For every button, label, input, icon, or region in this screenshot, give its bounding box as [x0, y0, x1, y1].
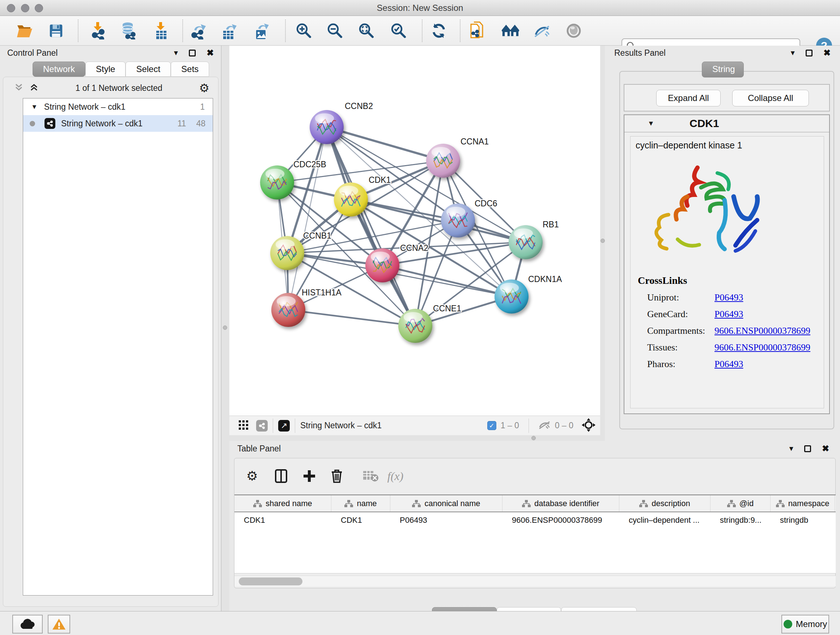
- bottom-splitter-handle[interactable]: [531, 436, 536, 440]
- birdseye-view-icon[interactable]: ↗: [278, 420, 290, 432]
- table-panel: Table Panel ▾ ✖ ⚙ f(x) shared namenameca…: [229, 441, 840, 611]
- tab-select[interactable]: Select: [126, 62, 171, 77]
- tab-style[interactable]: Style: [85, 62, 126, 77]
- fit-content-crosshair-icon[interactable]: [581, 418, 596, 434]
- crosslink-value-link[interactable]: 9606.ENSP00000378699: [714, 325, 810, 336]
- panel-collapse-icon[interactable]: ▾: [791, 48, 795, 57]
- network-node-ccna1[interactable]: CCNA1: [426, 137, 489, 178]
- gear-icon[interactable]: ⚙: [199, 81, 210, 95]
- selected-checkbox-icon[interactable]: ✓: [487, 421, 496, 430]
- crosslink-value-link[interactable]: P06493: [714, 359, 743, 370]
- grid-view-icon[interactable]: [239, 420, 248, 431]
- table-cell[interactable]: 9606.ENSP00000378699: [502, 512, 619, 528]
- panel-collapse-icon[interactable]: ▾: [789, 444, 793, 453]
- column-header-description[interactable]: description: [619, 495, 711, 511]
- panel-collapse-icon[interactable]: ▾: [174, 48, 178, 57]
- gene-name: CDK1: [690, 117, 719, 130]
- network-edge[interactable]: [288, 127, 327, 310]
- export-network-icon[interactable]: [191, 22, 208, 40]
- open-session-icon[interactable]: [16, 22, 33, 40]
- network-graph[interactable]: CCNB2CCNA1CDC25BCDK1CDC6RB1CCNB1CCNA2CDK…: [229, 46, 600, 416]
- refresh-icon[interactable]: [430, 22, 447, 40]
- add-column-icon[interactable]: [300, 467, 318, 485]
- network-edge[interactable]: [288, 310, 415, 326]
- import-network-icon[interactable]: [89, 22, 107, 40]
- expand-all-button[interactable]: Expand All: [656, 90, 721, 106]
- table-cell[interactable]: CDK1: [332, 512, 390, 528]
- gene-section-header[interactable]: ▼ CDK1: [624, 115, 829, 133]
- table-horizontal-scrollbar[interactable]: [234, 576, 836, 586]
- column-header-canonical-name[interactable]: canonical name: [390, 495, 502, 511]
- table-row[interactable]: CDK1CDK1P064939606.ENSP00000378699cyclin…: [234, 512, 836, 528]
- panel-float-icon[interactable]: [806, 50, 813, 57]
- column-header-database-identifier[interactable]: database identifier: [502, 495, 619, 511]
- tab-sets[interactable]: Sets: [171, 62, 209, 77]
- zoom-selected-icon[interactable]: [390, 22, 407, 40]
- zoom-out-icon[interactable]: [326, 22, 344, 40]
- table-cell[interactable]: stringdb:9...: [711, 512, 771, 528]
- show-gray-icon[interactable]: [565, 22, 583, 40]
- minimize-window-icon[interactable]: [21, 4, 29, 12]
- table-cell[interactable]: stringdb: [771, 512, 835, 528]
- crosslink-value-link[interactable]: P06493: [714, 292, 743, 303]
- export-image-icon[interactable]: [253, 22, 271, 40]
- expand-all-chevrons-icon[interactable]: [14, 82, 24, 93]
- warning-button[interactable]: [48, 615, 70, 633]
- export-table-icon[interactable]: [221, 22, 238, 40]
- node-label: HIST1H1A: [302, 288, 342, 297]
- zoom-in-icon[interactable]: [295, 22, 313, 40]
- delete-column-icon[interactable]: [328, 467, 346, 485]
- scrollbar-thumb[interactable]: [239, 578, 302, 585]
- collapse-all-button[interactable]: Collapse All: [732, 90, 809, 106]
- network-node-hist1h1a[interactable]: HIST1H1A: [271, 288, 342, 327]
- table-cell[interactable]: P06493: [390, 512, 502, 528]
- share-file-icon[interactable]: [470, 22, 487, 40]
- network-row[interactable]: String Network – cdk1 11 48: [23, 115, 213, 132]
- column-header-name[interactable]: name: [332, 495, 390, 511]
- network-node-rb1[interactable]: RB1: [508, 220, 559, 259]
- node-label: CDKN1A: [528, 274, 562, 284]
- network-node-cdc6[interactable]: CDC6: [441, 199, 497, 238]
- panel-close-icon[interactable]: ✖: [823, 48, 831, 58]
- panel-close-icon[interactable]: ✖: [207, 48, 214, 58]
- network-node-cdk1[interactable]: CDK1: [334, 175, 391, 217]
- column-header-shared-name[interactable]: shared name: [234, 495, 332, 511]
- panel-float-icon[interactable]: [189, 50, 196, 57]
- column-header-@id[interactable]: @id: [711, 495, 771, 511]
- tab-network[interactable]: Network: [33, 62, 85, 77]
- import-database-icon[interactable]: [120, 22, 137, 40]
- right-splitter-handle[interactable]: [600, 239, 605, 243]
- network-badge-icon[interactable]: [256, 420, 268, 432]
- zoom-fit-icon[interactable]: [358, 22, 375, 40]
- column-header-namespace[interactable]: namespace: [771, 495, 835, 511]
- delete-table-icon[interactable]: [362, 467, 380, 485]
- hide-selected-icon[interactable]: [534, 22, 551, 40]
- section-collapse-icon[interactable]: ▼: [647, 119, 654, 127]
- select-columns-icon[interactable]: [272, 467, 290, 485]
- zoom-window-icon[interactable]: [35, 4, 43, 12]
- cloud-button[interactable]: [12, 615, 43, 633]
- network-collection-row[interactable]: ▼ String Network – cdk1 1: [23, 98, 213, 115]
- network-edge[interactable]: [327, 127, 443, 161]
- network-canvas[interactable]: CCNB2CCNA1CDC25BCDK1CDC6RB1CCNB1CCNA2CDK…: [229, 46, 600, 416]
- memory-button[interactable]: Memory: [782, 615, 829, 633]
- table-cell[interactable]: CDK1: [234, 512, 332, 528]
- network-tab-body: 1 of 1 Network selected ⚙ ▼ String Netwo…: [3, 77, 218, 607]
- multi-home-icon[interactable]: [502, 22, 519, 40]
- table-cell[interactable]: cyclin–dependent ...: [619, 512, 711, 528]
- hidden-eye-slash-icon[interactable]: [538, 420, 551, 432]
- left-splitter-handle[interactable]: [223, 325, 227, 330]
- panel-float-icon[interactable]: [804, 445, 811, 452]
- collapse-all-chevrons-icon[interactable]: [29, 82, 39, 93]
- save-session-icon[interactable]: [47, 22, 65, 40]
- panel-close-icon[interactable]: ✖: [822, 443, 829, 454]
- network-node-cdkn1a[interactable]: CDKN1A: [494, 274, 562, 314]
- crosslink-value-link[interactable]: P06493: [714, 309, 743, 320]
- network-node-cdc25b[interactable]: CDC25B: [260, 160, 326, 200]
- tab-string[interactable]: String: [702, 62, 744, 78]
- crosslink-value-link[interactable]: 9606.ENSP00000378699: [714, 342, 810, 353]
- import-table-icon[interactable]: [153, 22, 170, 40]
- table-gear-icon[interactable]: ⚙: [243, 467, 261, 485]
- collection-expand-icon[interactable]: ▼: [31, 103, 38, 111]
- close-window-icon[interactable]: [7, 4, 15, 12]
